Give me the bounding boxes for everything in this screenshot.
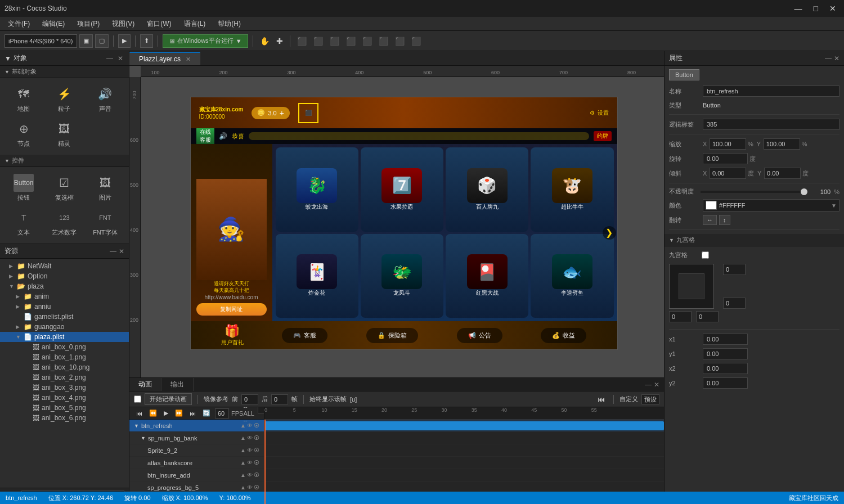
minimize-btn[interactable]: — — [791, 3, 806, 14]
canvas-tab-close[interactable]: ✕ — [186, 56, 191, 62]
aspect-btn[interactable]: ▣ — [79, 34, 93, 48]
aspect-btn2[interactable]: ▢ — [95, 34, 109, 48]
tree-item-anniu[interactable]: ▶ 📁 anniu — [0, 302, 129, 312]
tree-item-plaza[interactable]: ▼ 📂 plaza — [0, 281, 129, 291]
game-item-honghei[interactable]: 🎴 红黑大战 — [446, 234, 528, 318]
align-right-btn[interactable]: ⬛ — [327, 35, 342, 47]
x1-input[interactable] — [703, 334, 748, 345]
tree-item-plaza-plist[interactable]: ▼ 📄 plaza.plist — [0, 332, 129, 342]
scale-y-input[interactable] — [764, 138, 800, 150]
track-visibility-icon[interactable]: ▲ — [240, 422, 246, 429]
step-fwd-btn[interactable]: ⏩ — [173, 408, 185, 418]
mr-icon[interactable]: ⦿ — [254, 447, 259, 453]
step-back-btn[interactable]: ⏪ — [147, 408, 159, 418]
mr3-icon[interactable]: ⦿ — [254, 472, 259, 478]
objects-minus-btn[interactable]: — — [105, 55, 114, 62]
game-item-bairen[interactable]: 🎲 百人牌九 — [446, 147, 528, 232]
tree-item-anim[interactable]: ▶ 📁 anim — [0, 291, 129, 302]
lk-icon[interactable]: 👁 — [247, 447, 253, 453]
nine-patch-left-input[interactable] — [669, 311, 692, 322]
track-more-icon[interactable]: ⦿ — [254, 422, 259, 429]
tree-item-ani4[interactable]: 🖼 ani_box_4.png — [0, 393, 129, 403]
game-item-longfeng[interactable]: 🐲 龙凤斗 — [361, 234, 443, 318]
vis3-icon[interactable]: ▲ — [240, 472, 246, 478]
keyframe-track-1[interactable] — [264, 432, 664, 444]
distribute-v-btn[interactable]: ⬛ — [409, 35, 423, 47]
lk2-icon[interactable]: 👁 — [247, 460, 253, 466]
footer-gift-btn[interactable]: 🎁 用户首礼 — [221, 324, 244, 346]
nine-patch-right-input[interactable] — [696, 311, 719, 322]
tree-item-ani6[interactable]: 🖼 ani_box_6.png — [0, 413, 129, 423]
track-lock-icon[interactable]: 👁 — [247, 422, 253, 429]
close-btn[interactable]: ✕ — [826, 3, 839, 14]
maximize-btn[interactable]: □ — [810, 3, 821, 14]
menu-language[interactable]: 语言(L) — [178, 18, 212, 30]
canvas-tab-plazz[interactable]: PlazzLayer.cs ✕ — [129, 52, 200, 65]
y1-input[interactable] — [703, 348, 748, 359]
name-input[interactable] — [703, 86, 839, 97]
keyframe-track-0[interactable] — [264, 420, 664, 432]
properties-minus[interactable]: — — [825, 55, 832, 62]
settings-btn[interactable]: ⚙ 设置 — [590, 109, 609, 117]
color-picker-btn[interactable]: #FFFFFF ▼ — [703, 199, 839, 212]
after-frames-input[interactable] — [271, 394, 288, 404]
objects-close-btn[interactable]: ✕ — [116, 55, 124, 62]
footer-service-btn[interactable]: 🎮 客服 — [282, 328, 327, 343]
align-bottom-btn[interactable]: ⬛ — [376, 35, 390, 47]
rotate-input[interactable] — [703, 153, 748, 164]
y2-input[interactable] — [703, 377, 748, 389]
play-btn[interactable]: ▶ — [118, 34, 131, 48]
coins-add[interactable]: + — [280, 109, 284, 118]
menu-project[interactable]: 项目(P) — [71, 18, 105, 30]
tree-item-ani1[interactable]: 🖼 ani_box_1.png — [0, 352, 129, 362]
move-tool-btn[interactable]: ✚ — [274, 35, 285, 47]
all-tracks-select[interactable] — [258, 407, 264, 413]
assets-minus-btn[interactable]: — — [110, 248, 116, 255]
vis-icon[interactable]: ▲ — [240, 447, 246, 453]
keyframe-track-4[interactable] — [264, 469, 664, 482]
menu-view[interactable]: 视图(V) — [106, 18, 140, 30]
record-anim-btn[interactable]: 开始记录动画 — [145, 393, 192, 405]
tree-item-ani10[interactable]: 🖼 ani_box_10.png — [0, 362, 129, 372]
bottom-panel-minus[interactable]: — — [645, 381, 652, 389]
logic-input[interactable] — [703, 119, 839, 130]
publish-btn[interactable]: ⬆ — [140, 34, 153, 48]
play-start-btn[interactable]: ⏮ — [595, 394, 608, 405]
flip-h-btn[interactable]: ↔ — [703, 215, 717, 225]
vis4-icon[interactable]: ▲ — [240, 484, 246, 490]
track-sprite-9[interactable]: Sprite_9_2 ▲ 👁 ⦿ — [129, 444, 264, 457]
lock-icon[interactable]: 👁 — [247, 435, 253, 441]
game-item-shuiguo[interactable]: 7️⃣ 水果拉霸 — [361, 147, 443, 232]
play-track-btn[interactable]: ▶ — [161, 408, 170, 418]
obj-sound[interactable]: 🔊 声音 — [86, 83, 124, 115]
skew-x-input[interactable] — [710, 168, 746, 179]
footer-notice-btn[interactable]: 📢 公告 — [457, 328, 502, 343]
footer-income-btn[interactable]: 💰 收益 — [541, 328, 586, 343]
fps-input[interactable] — [215, 408, 229, 418]
properties-close[interactable]: ✕ — [834, 55, 839, 62]
mr2-icon[interactable]: ⦿ — [254, 460, 259, 466]
copy-url-btn[interactable]: 复制网址 — [196, 303, 267, 316]
mr4-icon[interactable]: ⦿ — [254, 484, 259, 490]
lk3-icon[interactable]: 👁 — [247, 472, 253, 478]
track-sp-num[interactable]: ▼ sp_num_bg_bank ▲ 👁 ⦿ — [129, 432, 264, 444]
menu-help[interactable]: 帮助(H) — [212, 18, 246, 30]
lk4-icon[interactable]: 👁 — [247, 484, 253, 490]
visibility-icon[interactable]: ▲ — [240, 435, 246, 441]
obj-text[interactable]: T 文本 — [5, 206, 43, 239]
before-frames-input[interactable] — [241, 394, 258, 404]
record-checkbox[interactable] — [134, 395, 141, 403]
vis2-icon[interactable]: ▲ — [240, 460, 246, 466]
game-item-jiaolong[interactable]: 🐉 蛟龙出海 — [276, 147, 358, 232]
tree-item-guanggao[interactable]: ▶ 📁 guanggao — [0, 322, 129, 332]
x2-input[interactable] — [703, 363, 748, 374]
skew-y-input[interactable] — [764, 168, 801, 179]
tree-item-netwait[interactable]: ▶ 📁 NetWait — [0, 261, 129, 271]
align-left-btn[interactable]: ⬛ — [295, 35, 309, 47]
obj-particle[interactable]: ⚡ 粒子 — [45, 83, 83, 115]
skip-fwd-btn[interactable]: ⏭ — [187, 409, 198, 418]
tree-item-ani0[interactable]: 🖼 ani_box_0.png — [0, 342, 129, 352]
obj-button[interactable]: Button 按钮 — [5, 172, 43, 204]
bottom-panel-close[interactable]: ✕ — [654, 381, 659, 389]
obj-sprite[interactable]: 🖼 精灵 — [45, 118, 83, 150]
